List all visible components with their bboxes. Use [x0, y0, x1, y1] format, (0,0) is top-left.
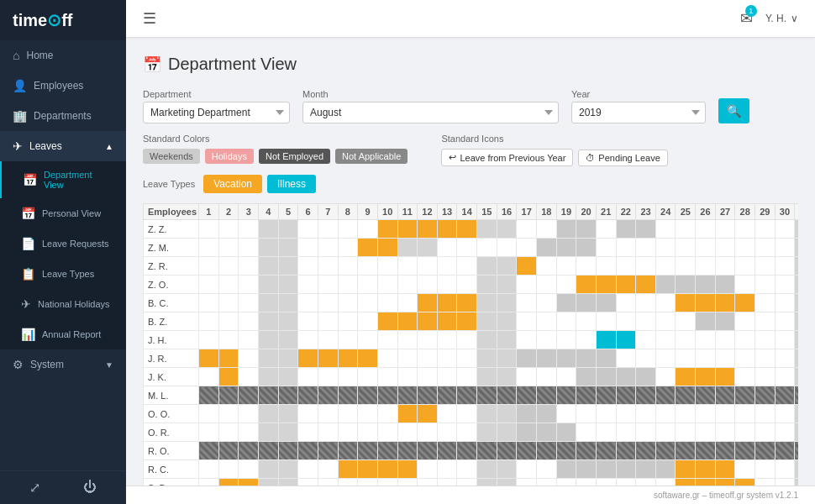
sidebar-item-personal-view-label: Personal View	[42, 208, 101, 218]
employee-name: Z. O.	[144, 276, 199, 294]
day-cell	[715, 349, 735, 368]
day-cell	[259, 257, 279, 276]
day-cell	[358, 368, 378, 386]
day-cell	[576, 331, 597, 349]
notification-button[interactable]: ✉ 1	[740, 9, 753, 28]
day-cell	[437, 405, 457, 423]
day-cell	[318, 349, 338, 368]
day-cell	[755, 276, 776, 294]
day-cell	[358, 386, 378, 405]
day-cell	[755, 423, 776, 442]
day-cell	[676, 312, 696, 331]
day-cell	[636, 239, 656, 257]
day-cell	[278, 349, 298, 368]
sidebar: time⊙ff ⌂ Home 👤 Employees 🏢 Departments…	[0, 0, 126, 504]
employee-name: J. K.	[144, 368, 199, 386]
day-cell	[239, 442, 259, 460]
day-cell	[676, 368, 696, 386]
day-cell	[418, 349, 438, 368]
day-cell	[536, 386, 556, 405]
day-cell	[636, 312, 656, 331]
day-cell	[636, 368, 656, 386]
table-row: S. D.	[144, 479, 799, 486]
day-cell	[616, 312, 636, 331]
employee-name: J. H.	[144, 331, 199, 349]
day-header-28: 28	[735, 204, 755, 220]
day-cell	[676, 460, 696, 479]
vacation-badge[interactable]: Vacation	[203, 175, 262, 193]
day-cell	[377, 349, 397, 368]
expand-icon[interactable]: ⤢	[29, 480, 40, 496]
user-menu[interactable]: Y. H. ∨	[765, 13, 798, 24]
day-cell	[437, 386, 457, 405]
day-cell	[636, 479, 656, 486]
day-cell	[239, 423, 259, 442]
day-cell	[318, 276, 338, 294]
pending-leave-button[interactable]: ⏱ Pending Leave	[578, 150, 667, 166]
day-cell	[775, 331, 795, 349]
day-cell	[556, 294, 576, 312]
day-cell	[795, 368, 798, 386]
day-cell	[795, 442, 798, 460]
month-select[interactable]: August	[302, 102, 559, 123]
sidebar-item-departments[interactable]: 🏢 Departments	[0, 101, 126, 131]
power-icon[interactable]: ⏻	[83, 480, 97, 496]
system-arrow-icon: ▼	[105, 360, 113, 370]
table-row: O. R.	[144, 423, 799, 442]
day-cell	[696, 386, 716, 405]
department-select[interactable]: Marketing Department	[143, 102, 290, 123]
sidebar-item-leave-requests[interactable]: 📄 Leave Requests	[0, 228, 126, 259]
search-button[interactable]: 🔍	[718, 98, 749, 123]
day-cell	[636, 405, 656, 423]
sidebar-item-annual-report[interactable]: 📊 Annual Report	[0, 319, 126, 349]
day-cell	[239, 239, 259, 257]
day-cell	[397, 423, 418, 442]
sidebar-item-home[interactable]: ⌂ Home	[0, 40, 126, 71]
day-cell	[536, 423, 556, 442]
day-cell	[377, 312, 397, 331]
day-cell	[199, 479, 219, 486]
employee-name: J. R.	[144, 349, 199, 368]
annual-report-icon: 📊	[21, 328, 35, 341]
day-cell	[676, 294, 696, 312]
year-select[interactable]: 2019	[571, 102, 706, 123]
day-cell	[795, 331, 798, 349]
day-cell	[239, 312, 259, 331]
day-cell	[735, 386, 755, 405]
day-cell	[457, 349, 477, 368]
day-cell	[298, 239, 318, 257]
day-cell	[199, 349, 219, 368]
hamburger-button[interactable]: ☰	[143, 9, 156, 28]
prev-year-leave-button[interactable]: ↩ Leave from Previous Year	[441, 149, 573, 166]
day-cell	[696, 331, 716, 349]
sidebar-item-leaves[interactable]: ✈ Leaves ▲	[0, 131, 126, 161]
day-cell	[676, 220, 696, 239]
department-filter: Department Marketing Department	[143, 89, 290, 123]
sidebar-item-personal-view[interactable]: 📅 Personal View	[0, 198, 126, 228]
day-cell	[616, 386, 636, 405]
day-header-2: 2	[218, 204, 239, 220]
day-cell	[239, 294, 259, 312]
table-row: R. O.	[144, 442, 799, 460]
employee-name: M. L.	[144, 386, 199, 405]
day-cell	[676, 479, 696, 486]
day-cell	[517, 220, 537, 239]
day-cell	[477, 349, 497, 368]
day-cell	[795, 276, 798, 294]
sidebar-item-leave-types[interactable]: 📋 Leave Types	[0, 259, 126, 289]
table-row: B. C.	[144, 294, 799, 312]
month-filter: Month August	[302, 89, 559, 123]
day-cell	[775, 460, 795, 479]
department-label: Department	[143, 89, 290, 99]
sidebar-item-system[interactable]: ⚙ System ▼	[0, 349, 126, 380]
day-cell	[755, 405, 776, 423]
day-cell	[596, 239, 616, 257]
day-cell	[437, 479, 457, 486]
sidebar-item-dept-view[interactable]: 📅 Department View	[0, 161, 126, 198]
sidebar-item-employees[interactable]: 👤 Employees	[0, 71, 126, 101]
day-cell	[397, 460, 418, 479]
sidebar-item-national-holidays[interactable]: ✈ National Holidays	[0, 289, 126, 319]
illness-badge[interactable]: Illness	[267, 175, 316, 193]
day-cell	[636, 386, 656, 405]
day-cell	[397, 349, 418, 368]
